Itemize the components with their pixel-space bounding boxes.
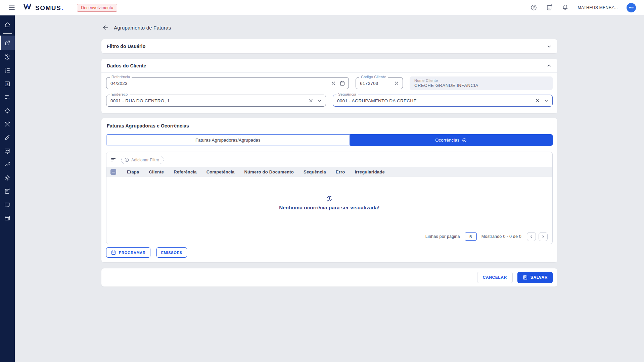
client-data-header[interactable]: Dados do Cliente — [101, 59, 557, 73]
sequencia-field[interactable]: Sequência — [333, 95, 553, 107]
programar-button[interactable]: PROGRAMAR — [106, 247, 150, 258]
sidebar-item-agrupamento-faturas[interactable] — [0, 36, 15, 50]
house-arrow-icon — [4, 40, 11, 46]
previous-page-button[interactable] — [527, 232, 536, 241]
sidebar-item-cartoes[interactable] — [0, 198, 15, 211]
sidebar-item-lancamentos[interactable] — [0, 91, 15, 104]
calendar-icon[interactable] — [339, 81, 345, 86]
save-disk-icon — [522, 275, 528, 280]
save-label: SALVAR — [531, 275, 548, 280]
list-add-icon — [4, 94, 11, 101]
column-header-sequencia: Sequência — [304, 169, 326, 174]
sidebar: $ $ — [0, 15, 15, 362]
notifications-bell-icon[interactable] — [562, 4, 569, 11]
column-header-etapa: Etapa — [127, 169, 139, 174]
column-header-erro: Erro — [336, 169, 345, 174]
chevron-down-icon[interactable] — [544, 98, 549, 103]
new-document-icon[interactable] — [546, 4, 553, 11]
pagination-row: Linhas por página Mostrando 0 - 0 de 0 — [106, 229, 552, 244]
invoice-actions: PROGRAMAR EMISSÕES — [106, 247, 553, 258]
chevron-up-icon[interactable] — [546, 63, 552, 68]
programar-label: PROGRAMAR — [119, 251, 146, 255]
sidebar-item-metas[interactable] — [0, 104, 15, 117]
sidebar-item-monitoramento[interactable] — [0, 144, 15, 158]
avatar-initials: MM — [629, 6, 633, 9]
trend-sparkle-icon — [4, 161, 11, 168]
sidebar-item-indicadores[interactable] — [0, 158, 15, 171]
user-filter-panel[interactable]: Filtro do Usuário — [101, 39, 557, 53]
svg-text:$: $ — [7, 56, 8, 59]
chevron-down-icon[interactable] — [546, 44, 552, 49]
referencia-field[interactable]: Referência — [106, 77, 349, 89]
logo-dot: . — [61, 3, 63, 12]
svg-text:$: $ — [7, 82, 8, 86]
clear-icon[interactable] — [535, 98, 540, 103]
referencia-input[interactable] — [110, 81, 331, 86]
save-button[interactable]: SALVAR — [517, 272, 553, 283]
plus-circle-icon — [124, 157, 129, 162]
crossed-tools-icon — [4, 121, 11, 127]
codigo-cliente-label: Código Cliente — [359, 75, 388, 79]
rows-per-page-label: Linhas por página — [425, 234, 460, 239]
card-check-icon — [4, 201, 11, 208]
dollar-square-icon: $ — [4, 81, 11, 87]
clear-icon[interactable] — [331, 81, 336, 86]
sidebar-item-ferramentas[interactable] — [0, 117, 15, 131]
sidebar-item-home[interactable] — [0, 18, 15, 32]
chevron-down-icon[interactable] — [317, 98, 322, 103]
tab-faturas-agrupadoras[interactable]: Faturas Agrupadoras/Agrupadas — [106, 135, 350, 146]
cancel-button[interactable]: CANCELAR — [477, 272, 513, 283]
nome-cliente-value: CRECHE GRANDE INFANCIA — [414, 83, 548, 88]
codigo-cliente-field[interactable]: Código Cliente — [356, 77, 403, 89]
column-header-competencia: Competência — [206, 169, 235, 174]
environment-badge: Desenvolvimento — [77, 4, 117, 12]
sidebar-item-configuracoes[interactable] — [0, 171, 15, 185]
currency-cycle-icon: $ — [4, 54, 11, 60]
footer-actions: CANCELAR SALVAR — [101, 268, 557, 287]
referencia-label: Referência — [110, 75, 132, 79]
sidebar-divider — [3, 33, 12, 34]
nome-cliente-label: Nome Cliente — [414, 79, 548, 83]
tab-ocorrencias[interactable]: Ocorrências — [350, 135, 552, 146]
nome-cliente-field: Nome Cliente CRECHE GRANDE INFANCIA — [410, 76, 553, 90]
sidebar-item-ciclo-financeiro[interactable]: $ — [0, 50, 15, 64]
avatar[interactable]: MM — [627, 3, 636, 12]
clear-icon[interactable] — [308, 98, 314, 103]
table-filter-row: Adicionar Filtro — [106, 152, 552, 167]
tab-ocorrencias-label: Ocorrências — [435, 138, 459, 143]
check-circle-icon — [462, 138, 467, 143]
logo-mark-icon — [23, 3, 33, 10]
sidebar-item-edicao[interactable] — [0, 131, 15, 144]
sequencia-input[interactable] — [337, 98, 535, 103]
column-header-numero-documento: Número do Documento — [244, 169, 294, 174]
gear-icon — [4, 174, 11, 181]
menu-hamburger-icon[interactable] — [8, 4, 15, 11]
emissoes-button[interactable]: EMISSÕES — [156, 247, 187, 258]
sidebar-item-novo-documento[interactable] — [0, 185, 15, 198]
somus-logo: SOMUS. — [23, 3, 63, 12]
home-icon — [4, 21, 11, 28]
column-header-referencia: Referência — [174, 169, 196, 174]
back-arrow-icon[interactable] — [102, 24, 109, 31]
user-filter-title: Filtro do Usuário — [107, 44, 145, 49]
main-content: Agrupamento de Faturas Filtro do Usuário… — [15, 15, 644, 362]
column-header-cliente: Cliente — [149, 169, 164, 174]
help-icon[interactable] — [530, 4, 537, 11]
next-page-button[interactable] — [539, 232, 548, 241]
endereco-field[interactable]: Endereço — [106, 95, 326, 107]
sidebar-item-modulos[interactable] — [0, 211, 15, 225]
sidebar-item-faturamento[interactable]: $ — [0, 77, 15, 91]
rows-per-page-input[interactable] — [465, 232, 477, 241]
clear-icon[interactable] — [394, 81, 399, 86]
sidebar-item-cadastros[interactable] — [0, 64, 15, 77]
codigo-cliente-input[interactable] — [360, 81, 394, 86]
user-name[interactable]: MATHEUS MENEZ... — [578, 5, 618, 10]
select-all-checkbox[interactable] — [110, 169, 116, 175]
add-filter-button[interactable]: Adicionar Filtro — [121, 156, 164, 164]
contact-list-icon — [4, 67, 11, 74]
monitor-eye-icon — [4, 148, 11, 154]
table-header-row: Etapa Cliente Referência Competência Núm… — [106, 167, 552, 177]
topbar: SOMUS. Desenvolvimento MATHEUS MENEZ... … — [0, 0, 644, 15]
filter-list-icon[interactable] — [110, 157, 117, 163]
endereco-input[interactable] — [110, 98, 308, 103]
